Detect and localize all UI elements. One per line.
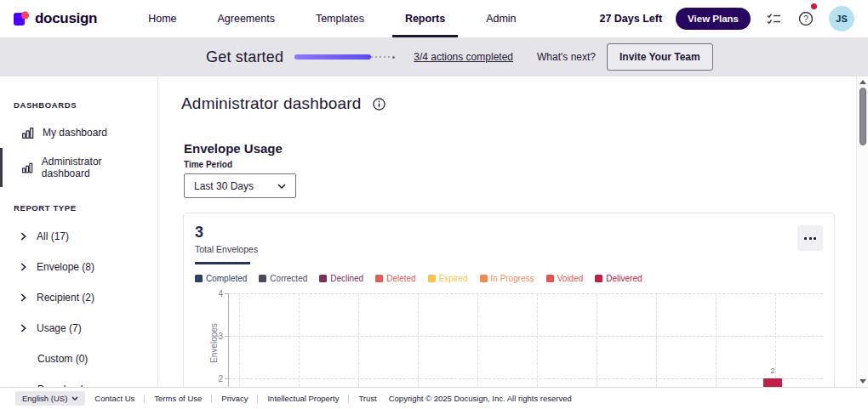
- sidebar-item-envelope[interactable]: Envelope (8): [0, 253, 157, 281]
- help-icon[interactable]: ?: [797, 9, 815, 28]
- nav-right: 27 Days Left View Plans ? JS: [599, 0, 854, 37]
- sidebar-item-downloads[interactable]: Downloads: [0, 376, 157, 387]
- legend-item-completed: Completed: [195, 274, 247, 283]
- legend-swatch: [375, 275, 383, 282]
- sidebar-item-label: My dashboard: [43, 127, 107, 139]
- sidebar-item-my-dashboard[interactable]: My dashboard: [0, 120, 157, 145]
- total-envelopes-label: Total Envelopes: [195, 244, 823, 254]
- y-tick-2: 2: [212, 374, 223, 383]
- view-plans-button[interactable]: View Plans: [676, 8, 751, 30]
- sidebar-item-all[interactable]: All (17): [0, 223, 157, 250]
- sidebar-header-dashboards: DASHBOARDS: [0, 100, 157, 110]
- docusign-logo[interactable]: docusign: [14, 0, 97, 37]
- svg-text:?: ?: [803, 14, 808, 24]
- legend-swatch: [480, 275, 488, 282]
- legend-item-corrected: Corrected: [259, 274, 307, 283]
- actions-completed-link[interactable]: 3/4 actions completed: [414, 51, 513, 63]
- report-type-label: All (17): [37, 230, 69, 242]
- card-options-button[interactable]: [797, 225, 823, 251]
- invite-your-team-button[interactable]: Invite Your Team: [607, 43, 713, 71]
- divider: [257, 395, 258, 403]
- language-select[interactable]: English (US): [15, 391, 85, 406]
- footer-link-terms[interactable]: Terms of Use: [154, 394, 202, 403]
- footer-link-trust[interactable]: Trust: [358, 394, 376, 403]
- copyright-text: Copyright © 2025 Docusign, Inc. All righ…: [389, 394, 572, 403]
- get-started-banner: Get started 3/4 actions completed What's…: [0, 37, 868, 77]
- nav-item-agreements[interactable]: Agreements: [218, 0, 275, 37]
- progress-fill: [294, 54, 371, 60]
- report-type-label: Usage (7): [37, 322, 82, 334]
- nav-item-home[interactable]: Home: [148, 0, 176, 37]
- legend-swatch: [595, 275, 602, 282]
- time-period-select[interactable]: Last 30 Days: [184, 173, 296, 198]
- report-type-label: Custom (0): [37, 353, 88, 365]
- checklist-icon[interactable]: [764, 9, 783, 28]
- docusign-logo-text: docusign: [35, 10, 97, 27]
- docusign-logo-icon: [14, 11, 30, 27]
- sidebar-item-administrator-dashboard[interactable]: Administrator dashboard: [0, 149, 157, 186]
- chart-bar-delivered[interactable]: [763, 378, 782, 387]
- scroll-up-arrow[interactable]: [859, 80, 866, 84]
- chart-legend: Completed Corrected Declined Deleted Exp…: [195, 274, 823, 283]
- footer-link-contact-us[interactable]: Contact Us: [94, 394, 134, 403]
- info-icon[interactable]: [373, 98, 385, 111]
- scroll-down-arrow[interactable]: [859, 379, 866, 383]
- days-left-label: 27 Days Left: [599, 13, 662, 25]
- y-tick-3: 3: [212, 332, 223, 341]
- time-period-value: Last 30 Days: [194, 180, 254, 192]
- page-title: Administrator dashboard: [181, 94, 362, 113]
- app-window: docusign Home Agreements Templates Repor…: [0, 0, 868, 409]
- envelope-usage-title: Envelope Usage: [181, 141, 856, 156]
- envelope-usage-card: 3 Total Envelopes Completed Corrected De…: [183, 213, 835, 387]
- footer-link-privacy[interactable]: Privacy: [221, 394, 248, 403]
- legend-item-in-progress: In Progress: [480, 274, 534, 283]
- sidebar: DASHBOARDS My dashboard Administrator da…: [0, 77, 158, 387]
- divider: [211, 395, 212, 403]
- legend-item-delivered: Delivered: [595, 274, 642, 283]
- nav-item-templates[interactable]: Templates: [316, 0, 364, 37]
- legend-swatch: [546, 275, 554, 282]
- progress-end-dot: [392, 56, 396, 60]
- chevron-right-icon: [20, 263, 26, 271]
- gridline: [299, 293, 300, 387]
- y-tick-4: 4: [212, 289, 223, 298]
- chevron-down-icon: [71, 396, 78, 400]
- chevron-right-icon: [20, 324, 26, 332]
- main-content: Administrator dashboard Envelope Usage T…: [158, 77, 856, 387]
- sidebar-item-custom[interactable]: Custom (0): [0, 345, 157, 372]
- footer-link-intellectual-property[interactable]: Intellectual Property: [267, 394, 339, 403]
- nav-items: Home Agreements Templates Reports Admin: [148, 0, 516, 37]
- report-type-label: Downloads: [37, 383, 88, 387]
- bar-chart-icon: [22, 162, 33, 173]
- report-type-label: Envelope (8): [37, 261, 94, 273]
- nav-item-reports[interactable]: Reports: [405, 0, 445, 37]
- gridline: [597, 293, 597, 387]
- get-started-title: Get started: [206, 48, 283, 66]
- body-row: DASHBOARDS My dashboard Administrator da…: [0, 77, 868, 387]
- legend-item-expired: Expired: [428, 274, 468, 283]
- sidebar-item-recipient[interactable]: Recipient (2): [0, 284, 157, 311]
- legend-swatch: [195, 275, 203, 282]
- vertical-scrollbar[interactable]: [856, 77, 868, 387]
- chevron-down-icon: [277, 184, 286, 189]
- legend-swatch: [319, 275, 327, 282]
- notification-dot: [811, 3, 817, 9]
- gridline: [418, 293, 419, 387]
- nav-item-admin[interactable]: Admin: [486, 0, 516, 37]
- sidebar-item-usage[interactable]: Usage (7): [0, 315, 157, 342]
- legend-item-deleted: Deleted: [375, 274, 415, 283]
- scrollbar-thumb[interactable]: [859, 88, 866, 145]
- chevron-right-icon: [20, 293, 26, 302]
- gridline: [358, 293, 359, 387]
- footer: English (US) Contact Us Terms of Use Pri…: [0, 387, 868, 409]
- sidebar-item-label: Administrator dashboard: [42, 156, 144, 179]
- envelope-usage-chart: Envelopes 4 3 2: [195, 289, 823, 387]
- progress-bar: [294, 54, 397, 60]
- gridline: [537, 293, 538, 387]
- gridline: [239, 293, 240, 387]
- legend-swatch: [259, 275, 266, 282]
- total-envelopes-value: 3: [195, 224, 823, 241]
- divider: [144, 395, 145, 403]
- tab-underline: [195, 262, 250, 264]
- user-avatar[interactable]: JS: [829, 6, 854, 31]
